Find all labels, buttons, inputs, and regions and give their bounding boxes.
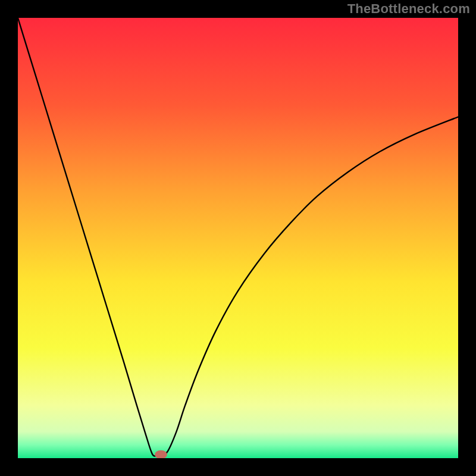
gradient-background [18, 18, 458, 458]
watermark-text: TheBottleneck.com [347, 1, 470, 17]
bottleneck-chart [18, 18, 458, 458]
chart-container: TheBottleneck.com [0, 0, 476, 476]
plot-area [18, 18, 458, 458]
